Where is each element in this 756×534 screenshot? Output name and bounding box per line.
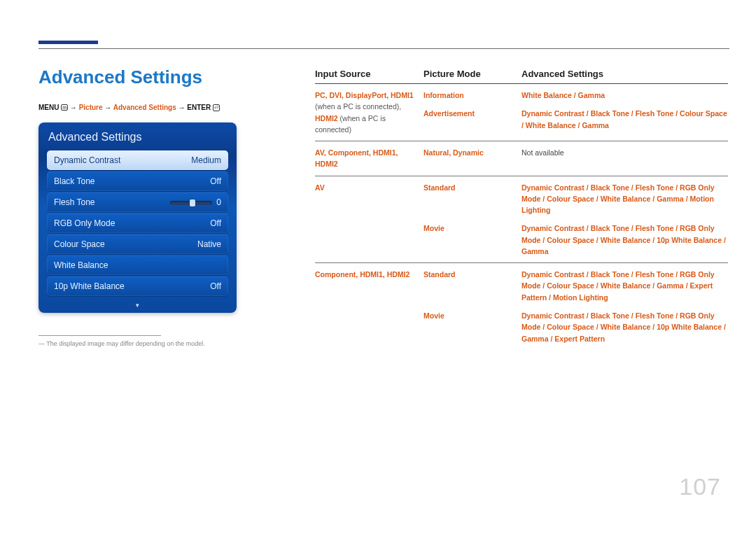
osd-row-dynamic-contrast[interactable]: Dynamic ContrastMedium [47,150,228,170]
slider[interactable] [170,201,212,205]
token: DisplayPort [346,91,386,99]
token: Colour Space [680,109,727,118]
token: Black Tone [591,270,629,279]
token: / [594,323,601,331]
enter-icon: ⏎ [213,104,220,111]
token: Flesh Tone [636,224,674,232]
table-header: Input Source Picture Mode Advanced Setti… [315,69,728,84]
breadcrumb-arrow-3: → [178,104,186,111]
token: Movie [424,311,444,320]
token: Gamma [657,195,684,203]
osd-label: Black Tone [54,176,94,186]
token: HDMI2 [315,160,338,168]
token: / [673,224,680,232]
cell-input-source: PC, DVI, DisplayPort, HDMI1 (when a PC i… [315,90,424,135]
cell-picture-mode: Information [424,90,522,101]
token: / [629,224,636,232]
osd-value: Medium [191,155,221,165]
cell-advanced-settings: Dynamic Contrast / Black Tone / Flesh To… [522,108,728,131]
token: / [584,183,591,192]
token: White Balance [526,121,576,129]
table-row: Component, HDMI1, HDMI2StandardDynamic C… [315,263,728,350]
token: AV [315,183,325,192]
token: / [650,281,657,290]
header-rule [38,48,729,49]
token: Not available [522,148,564,157]
osd-label: Dynamic Contrast [54,155,120,165]
cell-advanced-settings: Not available [522,147,728,158]
token: Dynamic Contrast [522,183,584,192]
osd-row-white-balance[interactable]: White Balance [47,255,228,275]
token: / [722,323,726,331]
osd-title: Advanced Settings [48,131,228,143]
token: / [673,109,680,118]
osd-label: Colour Space [54,239,105,249]
token: Flesh Tone [636,311,674,320]
token: / [540,323,547,331]
token: Colour Space [547,281,594,290]
token: / [572,91,578,99]
osd-row-10p-white-balance[interactable]: 10p White BalanceOff [47,276,228,296]
cell-advanced-settings: Dynamic Contrast / Black Tone / Flesh To… [522,182,728,216]
token: Flesh Tone [636,109,674,118]
token: / [547,293,553,302]
osd-label: 10p White Balance [54,281,125,291]
osd-value: Off [210,281,221,291]
token: , [396,148,398,157]
osd-value: Off [210,218,221,228]
token: 10p White Balance [657,323,722,331]
token: Flesh Tone [636,270,674,279]
cell-input-source: Component, HDMI1, HDMI2 [315,269,424,344]
table-row: AVStandardDynamic Contrast / Black Tone … [315,176,728,264]
osd-row-flesh-tone[interactable]: Flesh Tone0 [47,192,228,212]
breadcrumb-advanced: Advanced Settings [113,104,176,111]
footnote-rule [38,335,161,336]
token: / [540,195,547,203]
token: Component [328,148,369,157]
osd-value: 0 [170,197,221,207]
osd-label: RGB Only Mode [54,218,115,228]
token: / [540,236,547,244]
token: / [584,109,591,118]
token: / [629,109,636,118]
breadcrumb-picture: Picture [79,104,103,111]
th-input-source: Input Source [315,69,424,79]
token: Flesh Tone [636,183,674,192]
osd-row-black-tone[interactable]: Black ToneOff [47,171,228,191]
th-picture-mode: Picture Mode [424,69,522,79]
token: Standard [424,270,456,279]
token: Standard [424,183,456,192]
cell-picture-mode: Standard [424,182,522,216]
token: / [629,270,636,279]
token: Dynamic Contrast [522,109,584,118]
token: / [594,195,601,203]
osd-value: Native [197,239,221,249]
token: / [540,281,547,290]
osd-row-rgb-only-mode[interactable]: RGB Only ModeOff [47,213,228,233]
scroll-down-icon[interactable]: ▾ [136,302,139,309]
token: / [594,281,601,290]
footnote: ― The displayed image may differ dependi… [38,340,276,347]
cell-picture-mode: Standard [424,269,522,303]
token: White Balance [601,195,651,203]
token: Dynamic Contrast [522,311,584,320]
cell-picture-mode: Movie [424,223,522,257]
token: HDMI1 [360,270,383,279]
cell-input-source: AV [315,182,424,258]
right-column: Input Source Picture Mode Advanced Setti… [315,69,728,350]
cell-advanced-settings: Dynamic Contrast / Black Tone / Flesh To… [522,269,728,303]
cell-advanced-settings: White Balance / Gamma [522,90,728,101]
cell-input-source: AV, Component, HDMI1, HDMI2 [315,147,424,170]
token: / [650,236,657,244]
token: / [584,311,591,320]
token: Colour Space [547,323,594,331]
token: / [722,236,726,244]
token: / [673,311,680,320]
cell-picture-mode: Movie [424,310,522,344]
breadcrumb-enter: ENTER [187,104,211,111]
token: Gamma [522,335,549,343]
osd-row-colour-space[interactable]: Colour SpaceNative [47,234,228,254]
table-row: AV, Component, HDMI1, HDMI2Natural, Dyna… [315,141,728,176]
token: White Balance [601,236,651,244]
token: Dynamic Contrast [522,270,584,279]
